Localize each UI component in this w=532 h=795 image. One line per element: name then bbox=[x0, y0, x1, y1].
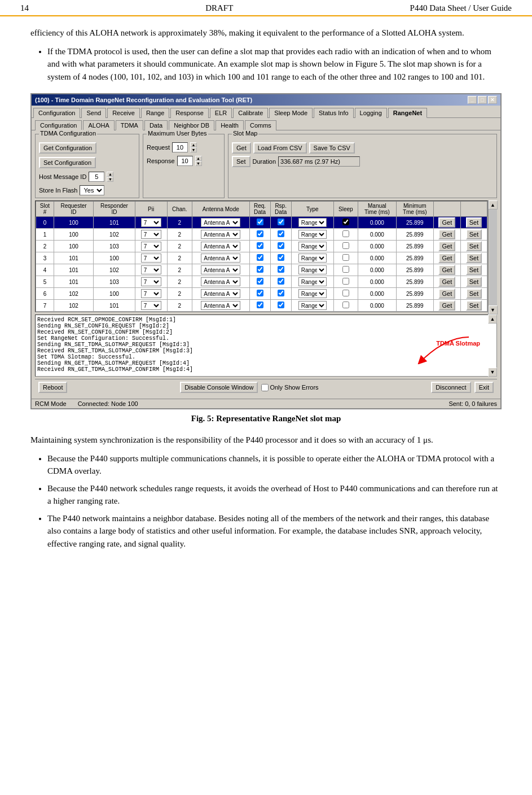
rsp-data-checkbox[interactable] bbox=[278, 242, 284, 249]
response-up[interactable]: ▲ bbox=[195, 156, 202, 161]
rsp-data-checkbox[interactable] bbox=[278, 302, 284, 308]
row-set-button[interactable]: Set bbox=[466, 253, 482, 263]
close-button[interactable]: ✕ bbox=[488, 96, 497, 104]
disconnect-button[interactable]: Disconnect bbox=[431, 382, 471, 393]
host-msg-up[interactable]: ▲ bbox=[107, 172, 113, 177]
subtab-tdma[interactable]: TDMA bbox=[116, 120, 143, 130]
request-up[interactable]: ▲ bbox=[190, 142, 197, 147]
tab-rangenet[interactable]: RangeNet bbox=[388, 108, 427, 118]
scroll-down-button[interactable]: ▼ bbox=[489, 305, 498, 314]
tab-elr[interactable]: ELR bbox=[210, 108, 232, 118]
tab-range[interactable]: Range bbox=[141, 108, 169, 118]
pii-select[interactable]: 5678 bbox=[141, 265, 161, 274]
pii-select[interactable]: 5678 bbox=[141, 254, 161, 263]
req-data-checkbox[interactable] bbox=[257, 278, 263, 285]
type-select[interactable]: RangeData bbox=[298, 218, 327, 227]
type-select[interactable]: RangeData bbox=[298, 230, 327, 239]
rsp-data-checkbox[interactable] bbox=[278, 278, 284, 285]
sleep-checkbox[interactable] bbox=[342, 290, 349, 296]
request-input[interactable] bbox=[172, 142, 188, 152]
row-set-button[interactable]: Set bbox=[466, 241, 482, 251]
minimize-button[interactable]: _ bbox=[468, 96, 477, 104]
type-select[interactable]: RangeData bbox=[298, 277, 327, 286]
only-errors-checkbox[interactable] bbox=[261, 384, 269, 391]
tab-status-info[interactable]: Status Info bbox=[314, 108, 354, 118]
subtab-comms[interactable]: Comms bbox=[245, 120, 276, 130]
save-to-csv-button[interactable]: Save To CSV bbox=[309, 142, 355, 154]
subtab-configuration[interactable]: Configuration bbox=[35, 120, 82, 130]
slot-map-set-button[interactable]: Set bbox=[232, 156, 250, 167]
sleep-checkbox[interactable] bbox=[342, 242, 349, 249]
req-data-checkbox[interactable] bbox=[257, 290, 263, 296]
sleep-checkbox[interactable] bbox=[342, 219, 349, 225]
store-flash-select[interactable]: Yes No bbox=[80, 185, 104, 195]
get-configuration-button[interactable]: Get Configuration bbox=[39, 142, 96, 154]
antenna-select[interactable]: Antenna AAntenna B bbox=[201, 254, 240, 263]
antenna-select[interactable]: Antenna AAntenna B bbox=[201, 242, 240, 251]
pii-select[interactable]: 5678 bbox=[141, 242, 161, 251]
tab-send[interactable]: Send bbox=[81, 108, 106, 118]
sleep-checkbox[interactable] bbox=[342, 230, 349, 237]
row-get-button[interactable]: Get bbox=[438, 289, 455, 299]
host-msg-down[interactable]: ▼ bbox=[107, 177, 113, 182]
type-select[interactable]: RangeData bbox=[298, 289, 327, 298]
sleep-checkbox[interactable] bbox=[342, 254, 349, 261]
req-data-checkbox[interactable] bbox=[257, 219, 263, 225]
rsp-data-checkbox[interactable] bbox=[278, 219, 284, 225]
rsp-data-checkbox[interactable] bbox=[278, 254, 284, 261]
table-scrollbar[interactable]: ▲ ▼ bbox=[488, 200, 497, 314]
antenna-select[interactable]: Antenna AAntenna B bbox=[201, 265, 240, 274]
row-get-button[interactable]: Get bbox=[438, 265, 455, 275]
rsp-data-checkbox[interactable] bbox=[278, 266, 284, 273]
console-scroll-down[interactable]: ▼ bbox=[488, 368, 497, 377]
antenna-select[interactable]: Antenna AAntenna B bbox=[201, 289, 240, 298]
pii-select[interactable]: 5678 bbox=[141, 218, 161, 227]
row-set-button[interactable]: Set bbox=[466, 289, 482, 299]
request-down[interactable]: ▼ bbox=[190, 147, 197, 152]
antenna-select[interactable]: Antenna AAntenna B bbox=[201, 230, 240, 239]
type-select[interactable]: RangeData bbox=[298, 254, 327, 263]
rsp-data-checkbox[interactable] bbox=[278, 230, 284, 237]
pii-select[interactable]: 5678 bbox=[141, 289, 161, 298]
tab-sleep-mode[interactable]: Sleep Mode bbox=[269, 108, 313, 118]
reboot-button[interactable]: Reboot bbox=[38, 382, 67, 393]
subtab-health[interactable]: Health bbox=[216, 120, 244, 130]
tab-logging[interactable]: Logging bbox=[355, 108, 387, 118]
maximize-button[interactable]: □ bbox=[478, 96, 487, 104]
req-data-checkbox[interactable] bbox=[257, 230, 263, 237]
sleep-checkbox[interactable] bbox=[342, 266, 349, 273]
pii-select[interactable]: 5678 bbox=[141, 277, 161, 286]
req-data-checkbox[interactable] bbox=[257, 242, 263, 249]
host-msg-input[interactable] bbox=[89, 172, 104, 182]
row-set-button[interactable]: Set bbox=[466, 300, 482, 311]
row-set-button[interactable]: Set bbox=[466, 229, 482, 239]
response-input[interactable] bbox=[177, 156, 193, 166]
sleep-checkbox[interactable] bbox=[342, 302, 349, 308]
req-data-checkbox[interactable] bbox=[257, 254, 263, 261]
slot-map-get-button[interactable]: Get bbox=[232, 142, 251, 154]
pii-select[interactable]: 5678 bbox=[141, 230, 161, 239]
antenna-select[interactable]: Antenna AAntenna B bbox=[201, 301, 240, 310]
row-get-button[interactable]: Get bbox=[438, 300, 455, 311]
row-set-button[interactable]: Set bbox=[466, 277, 482, 287]
type-select[interactable]: RangeData bbox=[298, 265, 327, 274]
row-set-button[interactable]: Set bbox=[466, 265, 482, 275]
antenna-select[interactable]: Antenna AAntenna B bbox=[201, 218, 240, 227]
sleep-checkbox[interactable] bbox=[342, 278, 349, 285]
tab-receive[interactable]: Receive bbox=[107, 108, 140, 118]
console-scroll-up[interactable]: ▲ bbox=[488, 314, 497, 324]
row-get-button[interactable]: Get bbox=[438, 217, 455, 228]
antenna-select[interactable]: Antenna AAntenna B bbox=[201, 277, 240, 286]
title-bar-buttons[interactable]: _ □ ✕ bbox=[468, 96, 497, 104]
subtab-data[interactable]: Data bbox=[144, 120, 168, 130]
type-select[interactable]: RangeData bbox=[298, 301, 327, 310]
row-set-button[interactable]: Set bbox=[466, 217, 482, 228]
subtab-neighbor-db[interactable]: Neighbor DB bbox=[169, 120, 214, 130]
disable-console-button[interactable]: Disable Console Window bbox=[180, 382, 258, 393]
tab-response[interactable]: Response bbox=[170, 108, 209, 118]
load-from-csv-button[interactable]: Load From CSV bbox=[253, 142, 307, 154]
row-get-button[interactable]: Get bbox=[438, 241, 455, 251]
response-down[interactable]: ▼ bbox=[195, 161, 202, 166]
pii-select[interactable]: 5678 bbox=[141, 301, 161, 310]
type-select[interactable]: RangeData bbox=[298, 242, 327, 251]
